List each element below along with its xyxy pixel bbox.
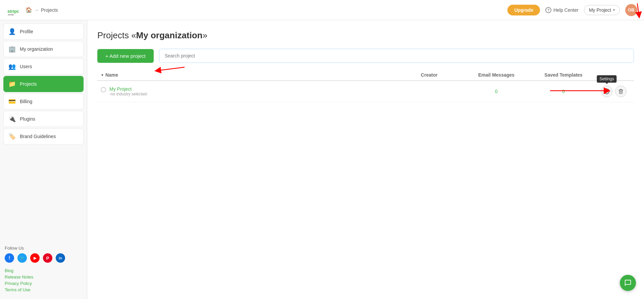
sidebar-label-billing: Billing bbox=[20, 99, 32, 104]
table-header: ▼ Name Creator Email Messages Saved Temp… bbox=[97, 70, 634, 81]
project-name-cell: My Project -no industry selected- bbox=[101, 86, 396, 96]
table-col-actions bbox=[597, 72, 631, 78]
toolbar: + Add new project bbox=[97, 49, 634, 63]
linkedin-icon[interactable]: in bbox=[56, 253, 65, 263]
project-actions: Settings bbox=[597, 86, 631, 97]
settings-button[interactable]: Settings bbox=[601, 86, 612, 97]
plugins-icon: 🔌 bbox=[8, 115, 16, 123]
table-col-name[interactable]: ▼ Name bbox=[101, 72, 396, 78]
table-row: My Project -no industry selected- 0 0 Se… bbox=[97, 81, 634, 102]
footer-links: Blog Release Notes Privacy Policy Terms … bbox=[5, 268, 82, 292]
brand-guidelines-icon: 🏷️ bbox=[8, 133, 16, 140]
page-title-suffix: » bbox=[203, 30, 207, 40]
sort-arrow-icon: ▼ bbox=[101, 73, 104, 77]
terms-of-use-link[interactable]: Terms of Use bbox=[5, 287, 82, 292]
sidebar-label-projects: Projects bbox=[20, 81, 37, 87]
chevron-down-icon: ▾ bbox=[613, 8, 615, 12]
profile-icon: 👤 bbox=[8, 28, 16, 35]
social-icons: f 🐦 ▶ P in bbox=[5, 253, 82, 263]
facebook-icon[interactable]: f bbox=[5, 253, 14, 263]
privacy-policy-link[interactable]: Privacy Policy bbox=[5, 281, 82, 286]
sidebar-label-brand-guidelines: Brand Guidelines bbox=[20, 134, 56, 139]
project-email-messages: 0 bbox=[463, 89, 530, 94]
sidebar-item-brand-guidelines[interactable]: 🏷️ Brand Guidelines bbox=[3, 128, 84, 144]
projects-icon: 📁 bbox=[8, 80, 16, 88]
svg-point-6 bbox=[606, 91, 608, 92]
breadcrumb-current: Projects bbox=[41, 7, 58, 13]
project-saved-templates: 0 bbox=[530, 89, 597, 94]
billing-icon: 💳 bbox=[8, 98, 16, 105]
release-notes-link[interactable]: Release Notes bbox=[5, 274, 82, 280]
sidebar-footer: Follow Us f 🐦 ▶ P in Blog Release Notes … bbox=[3, 242, 84, 296]
project-industry: -no industry selected- bbox=[109, 92, 148, 96]
sidebar-item-my-organization[interactable]: 🏢 My organization bbox=[3, 41, 84, 57]
sidebar-nav: 👤 Profile 🏢 My organization 👥 Users 📁 Pr… bbox=[3, 24, 84, 242]
project-selector[interactable]: My Project ▾ bbox=[584, 5, 620, 15]
breadcrumb-separator: → bbox=[34, 7, 39, 13]
breadcrumb: 🏠 → Projects bbox=[26, 7, 58, 13]
pinterest-icon[interactable]: P bbox=[43, 253, 52, 263]
users-icon: 👥 bbox=[8, 63, 16, 70]
col-name-label: Name bbox=[105, 72, 118, 78]
upgrade-button[interactable]: Upgrade bbox=[507, 5, 540, 15]
page-title-org: My organization bbox=[136, 30, 203, 40]
header-left: stripo .email 🏠 → Projects bbox=[7, 4, 58, 16]
user-avatar[interactable]: OB bbox=[625, 4, 637, 16]
main-content: Projects «My organization» + Add new pro… bbox=[87, 20, 644, 299]
youtube-icon[interactable]: ▶ bbox=[30, 253, 40, 263]
help-icon: ? bbox=[545, 7, 551, 13]
sidebar-label-my-organization: My organization bbox=[20, 46, 53, 52]
help-center-label: Help Center bbox=[553, 7, 579, 13]
page-title: Projects «My organization» bbox=[97, 30, 634, 41]
sidebar-item-billing[interactable]: 💳 Billing bbox=[3, 93, 84, 110]
project-name[interactable]: My Project bbox=[109, 86, 148, 92]
table-col-email-messages: Email Messages bbox=[463, 72, 530, 78]
table-col-saved-templates: Saved Templates bbox=[530, 72, 597, 78]
main-layout: 👤 Profile 🏢 My organization 👥 Users 📁 Pr… bbox=[0, 20, 644, 299]
header-right: Upgrade ? Help Center My Project ▾ OB bbox=[507, 4, 637, 16]
project-radio[interactable] bbox=[101, 87, 106, 92]
twitter-icon[interactable]: 🐦 bbox=[17, 253, 27, 263]
sidebar-label-plugins: Plugins bbox=[20, 116, 35, 122]
sidebar-item-profile[interactable]: 👤 Profile bbox=[3, 24, 84, 40]
app-header: stripo .email 🏠 → Projects Upgrade ? Hel… bbox=[0, 0, 644, 20]
svg-text:stripo: stripo bbox=[7, 9, 19, 14]
breadcrumb-home-icon[interactable]: 🏠 bbox=[26, 7, 32, 13]
page-title-prefix: Projects « bbox=[97, 30, 136, 40]
help-center-link[interactable]: ? Help Center bbox=[545, 7, 579, 13]
svg-text:.email: .email bbox=[7, 13, 14, 16]
project-selector-label: My Project bbox=[589, 7, 611, 13]
sidebar-item-projects[interactable]: 📁 Projects bbox=[3, 76, 84, 92]
sidebar-label-users: Users bbox=[20, 64, 32, 69]
follow-us-label: Follow Us bbox=[5, 246, 82, 251]
table-col-creator: Creator bbox=[396, 72, 463, 78]
sidebar-label-profile: Profile bbox=[20, 29, 33, 34]
sidebar-item-users[interactable]: 👥 Users bbox=[3, 58, 84, 75]
add-new-project-button[interactable]: + Add new project bbox=[97, 49, 154, 63]
blog-link[interactable]: Blog bbox=[5, 268, 82, 273]
chat-button[interactable] bbox=[620, 275, 636, 291]
logo[interactable]: stripo .email bbox=[7, 4, 19, 16]
sidebar: 👤 Profile 🏢 My organization 👥 Users 📁 Pr… bbox=[0, 20, 87, 299]
organization-icon: 🏢 bbox=[8, 45, 16, 53]
sidebar-item-plugins[interactable]: 🔌 Plugins bbox=[3, 111, 84, 127]
delete-button[interactable] bbox=[615, 86, 627, 97]
project-info: My Project -no industry selected- bbox=[109, 86, 148, 96]
search-input[interactable] bbox=[159, 49, 634, 63]
